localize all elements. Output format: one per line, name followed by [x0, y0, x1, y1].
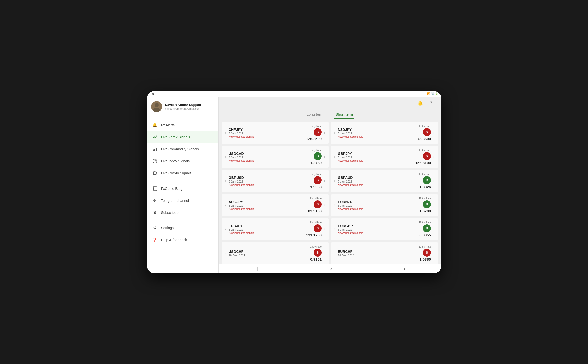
signal-rate-area: Entry Rate S 0.9161 — [310, 245, 322, 261]
signal-rate-area: Entry Rate B 1.8826 — [419, 173, 431, 189]
sidebar-item-telegram[interactable]: ✈ Telegram channel — [147, 195, 218, 207]
expand-icon: › — [334, 155, 335, 159]
signal-info: EURJPY 6 Jan, 2022 Newly updated signals — [229, 224, 304, 234]
svg-point-15 — [153, 171, 157, 175]
signal-info: USDCHF 28 Dec, 2021 — [229, 250, 307, 257]
chevron-right-icon: › — [324, 155, 325, 159]
settings-icon: ⚙ — [152, 225, 158, 231]
signal-rate-value: 83.3100 — [308, 209, 322, 213]
sidebar-item-live-forex[interactable]: Live Forex Signals — [147, 131, 218, 143]
signal-date: 6 Jan, 2022 — [229, 204, 306, 207]
expand-icon: › — [225, 155, 226, 159]
svg-rect-18 — [155, 187, 155, 189]
refresh-button[interactable]: ↻ — [428, 99, 436, 107]
menu-button[interactable]: ||| — [249, 265, 263, 272]
sidebar-item-label: Help & feedback — [161, 238, 187, 242]
entry-rate-label: Entry Rate — [310, 125, 322, 128]
entry-rate-label: Entry Rate — [419, 197, 431, 200]
svg-point-8 — [154, 160, 156, 162]
signal-status: Newly updated signals — [338, 159, 413, 162]
home-button[interactable]: ○ — [324, 265, 337, 272]
entry-rate-label: Entry Rate — [419, 245, 431, 248]
right-panel: 🔔 ↻ Long term Short term › CHFJPY 6 Jan,… — [219, 97, 441, 273]
signal-card[interactable]: › USDCHF 28 Dec, 2021 Entry Rate S 0.916… — [222, 242, 329, 264]
signal-card[interactable]: › GBPJPY 6 Jan, 2022 Newly updated signa… — [331, 146, 438, 168]
signal-card[interactable]: › USDCAD 6 Jan, 2022 Newly updated signa… — [222, 146, 329, 168]
signal-card[interactable]: › EURCHF 28 Dec, 2021 Entry Rate S 1.038… — [331, 242, 438, 264]
nav-divider-2 — [147, 220, 218, 220]
signal-type-badge: S — [423, 128, 431, 136]
sidebar-item-label: FxGenie Blog — [161, 187, 183, 191]
signal-status: Newly updated signals — [338, 232, 417, 234]
signal-info: USDCAD 6 Jan, 2022 Newly updated signals — [229, 152, 307, 162]
crypto-icon — [152, 170, 158, 176]
signal-type-badge: S — [314, 128, 322, 136]
signal-pair: EURNZD — [338, 200, 417, 204]
signal-card[interactable]: › EURGBP 6 Jan, 2022 Newly updated signa… — [331, 218, 438, 240]
entry-rate-label: Entry Rate — [419, 221, 431, 224]
sidebar-item-label: Subscription — [161, 211, 181, 215]
signal-pair: GBPUSD — [229, 176, 307, 180]
signal-info: CHFJPY 6 Jan, 2022 Newly updated signals — [229, 128, 304, 138]
sidebar-item-label: Telegram channel — [161, 199, 189, 203]
signal-rate-value: 1.2780 — [310, 161, 322, 165]
signal-card[interactable]: › GBPUSD 6 Jan, 2022 Newly updated signa… — [222, 170, 329, 192]
sidebar-item-help[interactable]: ❓ Help & feedback — [147, 234, 218, 246]
chevron-right-icon: › — [433, 131, 434, 135]
signal-info: NZDJPY 6 Jan, 2022 Newly updated signals — [338, 128, 415, 138]
svg-point-1 — [155, 103, 159, 107]
signal-status: Newly updated signals — [229, 232, 304, 234]
signal-card[interactable]: › EURJPY 6 Jan, 2022 Newly updated signa… — [222, 218, 329, 240]
signal-type-badge: B — [314, 152, 322, 160]
entry-rate-label: Entry Rate — [310, 149, 322, 152]
signal-pair: USDCAD — [229, 152, 307, 156]
signal-info: EURNZD 6 Jan, 2022 Newly updated signals — [338, 200, 417, 210]
help-icon: ❓ — [152, 237, 158, 243]
sidebar-item-settings[interactable]: ⚙ Settings — [147, 222, 218, 234]
chevron-right-icon: › — [324, 131, 325, 135]
notification-button[interactable]: 🔔 — [416, 99, 424, 107]
sidebar-item-label: Fx Alerts — [161, 123, 175, 127]
signal-info: GBPUSD 6 Jan, 2022 Newly updated signals — [229, 176, 307, 186]
bell-icon: 🔔 — [152, 122, 158, 128]
tab-short-term[interactable]: Short term — [334, 110, 354, 119]
telegram-icon: ✈ — [152, 198, 158, 203]
sidebar-item-subscription[interactable]: ♛ Subscription — [147, 207, 218, 219]
panel-header: 🔔 ↻ — [219, 97, 441, 107]
entry-rate-label: Entry Rate — [419, 173, 431, 176]
signal-date: 6 Jan, 2022 — [229, 156, 307, 159]
signal-type-badge: S — [314, 200, 322, 208]
chevron-right-icon: › — [433, 179, 434, 183]
signal-rate-area: Entry Rate S 1.0380 — [419, 245, 431, 261]
signal-date: 6 Jan, 2022 — [229, 180, 307, 183]
svg-rect-17 — [153, 187, 154, 190]
signal-card[interactable]: › NZDJPY 6 Jan, 2022 Newly updated signa… — [331, 122, 438, 144]
expand-icon: › — [225, 131, 226, 135]
signal-date: 28 Dec, 2021 — [229, 254, 307, 257]
sidebar-item-label: Live Forex Signals — [161, 135, 190, 139]
chevron-right-icon: › — [324, 179, 325, 183]
index-icon — [152, 158, 158, 164]
sidebar-item-live-crypto[interactable]: Live Crypto Signals — [147, 167, 218, 179]
signal-rate-area: Entry Rate S 131.1700 — [306, 221, 322, 237]
signal-card[interactable]: › EURNZD 6 Jan, 2022 Newly updated signa… — [331, 194, 438, 216]
expand-icon: › — [225, 251, 226, 255]
entry-rate-label: Entry Rate — [310, 197, 322, 200]
sidebar-item-live-index[interactable]: Live Index Signals — [147, 155, 218, 167]
sidebar-item-fx-alerts[interactable]: 🔔 Fx Alerts — [147, 119, 218, 131]
signal-card[interactable]: › GBPAUD 6 Jan, 2022 Newly updated signa… — [331, 170, 438, 192]
signal-card[interactable]: › AUDJPY 6 Jan, 2022 Newly updated signa… — [222, 194, 329, 216]
sidebar-item-live-commodity[interactable]: Live Commodity Signals — [147, 143, 218, 155]
back-button[interactable]: ‹ — [399, 265, 410, 272]
signal-rate-value: 1.8826 — [419, 185, 431, 189]
signal-icon: 📡 — [431, 92, 434, 95]
battery-icon: 🔋 — [435, 92, 438, 95]
tab-long-term[interactable]: Long term — [306, 110, 325, 119]
expand-icon: › — [225, 203, 226, 207]
signal-pair: EURJPY — [229, 224, 304, 228]
crown-icon: ♛ — [152, 210, 158, 215]
signal-card[interactable]: › CHFJPY 6 Jan, 2022 Newly updated signa… — [222, 122, 329, 144]
sidebar-item-fxgenie-blog[interactable]: FxGenie Blog — [147, 183, 218, 195]
commodity-icon — [152, 146, 158, 152]
tabs-container: Long term Short term — [219, 107, 441, 119]
